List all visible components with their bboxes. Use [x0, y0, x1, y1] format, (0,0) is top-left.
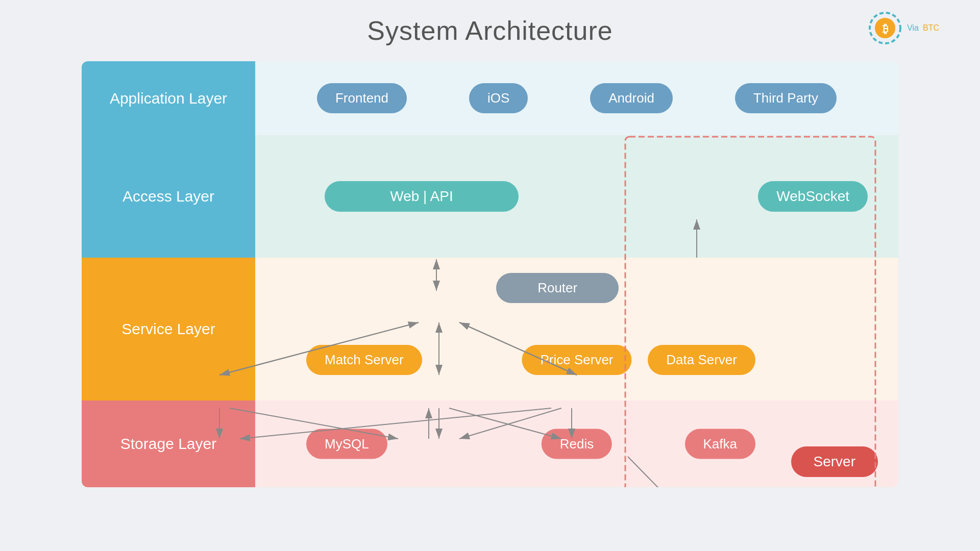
redis-pill: Redis: [542, 429, 612, 459]
websocket-pill: WebSocket: [758, 181, 868, 212]
frontend-pill: Frontend: [317, 83, 407, 113]
storage-layer-label: Storage Layer: [82, 400, 255, 487]
web-api-pill: Web | API: [325, 181, 519, 212]
service-layer-row: Service Layer Router Match Server Price …: [82, 258, 898, 400]
data-server-pill: Data Server: [648, 345, 755, 375]
architecture-diagram: Application Layer Frontend iOS Android T…: [82, 61, 898, 487]
ios-pill: iOS: [469, 83, 528, 113]
page-title: System Architecture: [367, 15, 612, 46]
logo-btc-text: BTC: [923, 23, 939, 33]
access-layer-content: Web | API WebSocket: [255, 135, 898, 258]
match-server-pill: Match Server: [306, 345, 422, 375]
application-layer-label: Application Layer: [82, 61, 255, 135]
server-pill: Server: [791, 446, 878, 477]
android-pill: Android: [590, 83, 673, 113]
service-layer-label: Service Layer: [82, 258, 255, 400]
service-layer-content: Router Match Server Price Server Data Se…: [255, 258, 898, 400]
router-pill: Router: [496, 273, 619, 303]
page: System Architecture ₿ ViaBTC Application…: [0, 0, 980, 551]
logo: ₿ ViaBTC: [867, 10, 939, 46]
access-layer-label: Access Layer: [82, 135, 255, 258]
storage-layer-row: Storage Layer MySQL Redis Kafka: [82, 400, 898, 487]
access-layer-row: Access Layer Web | API WebSocket: [82, 135, 898, 258]
price-server-pill: Price Server: [522, 345, 631, 375]
svg-text:₿: ₿: [883, 22, 888, 35]
third-party-pill: Third Party: [735, 83, 837, 113]
logo-via-text: Via: [907, 23, 919, 33]
server-button-container: Server: [791, 446, 878, 477]
application-layer-content: Frontend iOS Android Third Party: [255, 61, 898, 135]
application-layer-row: Application Layer Frontend iOS Android T…: [82, 61, 898, 135]
header: System Architecture ₿ ViaBTC: [0, 0, 980, 56]
kafka-pill: Kafka: [685, 429, 756, 459]
bitcoin-logo-icon: ₿: [867, 10, 903, 46]
mysql-pill: MySQL: [306, 429, 387, 459]
